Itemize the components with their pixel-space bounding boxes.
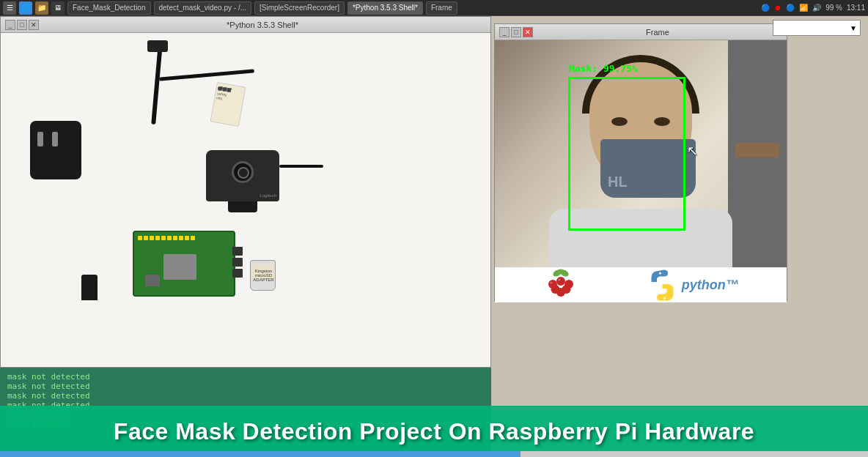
taskbar-folder-icon[interactable]: 📁 <box>35 1 48 15</box>
svg-point-10 <box>559 278 561 280</box>
taskbar-right: 🔵 ⏺ 🔵 📶 🔊 99 % 13:11 <box>761 4 865 12</box>
prong-right <box>52 132 58 146</box>
frame-window-controls: _ □ ✕ <box>499 27 533 37</box>
gpio-pin <box>155 236 160 240</box>
terminal-line-3: mask not detected <box>7 391 484 401</box>
frame-title: Frame <box>533 28 782 37</box>
logo-area: python™ <box>495 267 787 302</box>
detection-box: Mask: 99.75% <box>568 77 685 231</box>
rpi-board <box>133 231 235 297</box>
gpio-pin <box>191 236 195 240</box>
frame-minimize-button[interactable]: _ <box>499 27 510 37</box>
frame-window: _ □ ✕ Frame <box>494 23 787 302</box>
python-shell-window: _ □ ✕ *Python 3.5.3 Shell* ⬛⬛⬛safetyinfo <box>0 16 491 368</box>
webcam-lens-inner <box>238 167 249 179</box>
gpio-pin <box>150 236 154 240</box>
svg-point-2 <box>557 269 564 274</box>
tab-frame[interactable]: Frame <box>426 1 457 15</box>
volume-icon: 🔊 <box>812 4 821 12</box>
big-title-overlay: Face Mask Detection Project On Raspberry… <box>0 406 868 457</box>
svg-point-8 <box>556 288 565 297</box>
tab-detect-mask-video[interactable]: detect_mask_video.py - /... <box>154 1 252 15</box>
maximize-button[interactable]: □ <box>17 20 27 30</box>
svg-point-11 <box>659 272 661 274</box>
sd-card-label: KingstonmicroSDADAPTER <box>252 264 275 279</box>
gpio-pin <box>138 236 142 240</box>
tab-simple-screen-recorder[interactable]: [SimpleScreenRecorder] <box>254 1 345 15</box>
main-area: ▼ _ □ ✕ *Python 3.5.3 Shell* <box>0 16 868 457</box>
dropdown-selector[interactable]: ▼ <box>773 20 861 36</box>
battery-percent: 99 % <box>825 4 842 12</box>
terminal-line-1: mask not detected <box>7 372 484 382</box>
hw-container: ⬛⬛⬛safetyinfo Logitech <box>1 33 490 367</box>
sd-card: KingstonmicroSDADAPTER <box>250 260 276 291</box>
top-right-controls: ▼ <box>773 20 861 36</box>
detection-label: Mask: 99.75% <box>569 63 638 74</box>
taskbar-globe-icon[interactable]: 🌐 <box>19 1 32 15</box>
rpi-ports <box>232 247 243 278</box>
rpi-chip <box>163 254 196 280</box>
gpio-pin <box>173 236 177 240</box>
shelf <box>735 143 779 157</box>
terminal-line-2: mask not detected <box>7 382 484 391</box>
gpio-pin <box>179 236 183 240</box>
mouse-cursor: ↖ <box>687 143 698 159</box>
rpi-port <box>232 269 243 278</box>
big-title-text: Face Mask Detection Project On Raspberry… <box>114 418 754 445</box>
webcam-device: Logitech <box>206 150 279 201</box>
prong-left <box>37 132 43 146</box>
wifi-icon: 📶 <box>799 4 808 12</box>
usb-connector <box>147 40 168 52</box>
frame-close-button[interactable]: ✕ <box>523 27 533 37</box>
bluetooth-icon: 🔵 <box>761 4 770 12</box>
minimize-button[interactable]: _ <box>5 20 15 30</box>
webcam-lens <box>232 161 254 183</box>
frame-maximize-button[interactable]: □ <box>511 27 521 37</box>
power-prongs <box>37 132 58 146</box>
python-snake-icon <box>646 269 679 302</box>
webcam-cable <box>279 165 323 168</box>
taskbar-menu-icon[interactable]: ☰ <box>3 1 16 15</box>
python-shell-window-controls: _ □ ✕ <box>5 20 39 30</box>
progress-bar-container <box>0 451 868 457</box>
gpio-pin <box>161 236 166 240</box>
python-logo-area: python™ <box>646 269 739 302</box>
gpio-pins <box>138 236 233 245</box>
hardware-photo: ⬛⬛⬛safetyinfo Logitech <box>1 33 490 367</box>
close-button[interactable]: ✕ <box>29 20 39 30</box>
rpi-port <box>232 258 243 267</box>
gpio-pin <box>185 236 189 240</box>
progress-bar-fill <box>0 451 521 457</box>
taskbar-terminal-icon[interactable]: 🖥 <box>51 1 65 15</box>
rpi-small-chip <box>145 275 160 286</box>
bt-icon2: 🔵 <box>786 4 795 12</box>
usb-dongle <box>81 275 98 300</box>
person-background: HL Mask: 99.75% ↖ <box>495 40 787 267</box>
raspberry-pi-logo <box>542 269 579 302</box>
rpi-port <box>232 247 243 256</box>
tab-python-shell[interactable]: *Python 3.5.3 Shell* <box>347 1 423 15</box>
python-shell-titlebar: _ □ ✕ *Python 3.5.3 Shell* <box>1 17 490 33</box>
gpio-pin <box>167 236 172 240</box>
record-icon: ⏺ <box>774 4 781 12</box>
python-logo-text: python™ <box>682 278 739 293</box>
svg-point-12 <box>663 297 666 300</box>
power-adapter <box>30 121 81 179</box>
svg-point-9 <box>551 281 553 283</box>
python-shell-title: *Python 3.5.3 Shell* <box>39 21 486 29</box>
webcam-feed: HL Mask: 99.75% ↖ <box>495 40 787 267</box>
webcam-base <box>228 201 257 212</box>
clock: 13:11 <box>847 4 865 12</box>
taskbar: ☰ 🌐 📁 🖥 Face_Mask_Detection detect_mask_… <box>0 0 868 16</box>
frame-titlebar: _ □ ✕ Frame <box>495 24 787 40</box>
gpio-pin <box>144 236 148 240</box>
svg-point-4 <box>556 277 565 286</box>
tab-face-mask-detection[interactable]: Face_Mask_Detection <box>67 1 151 15</box>
chevron-down-icon: ▼ <box>850 24 857 32</box>
